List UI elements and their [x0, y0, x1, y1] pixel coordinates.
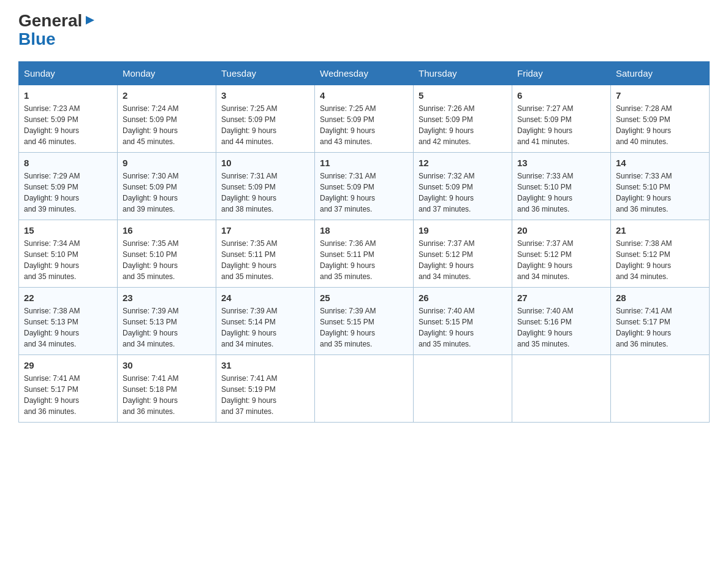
week-row-3: 15 Sunrise: 7:34 AM Sunset: 5:10 PM Dayl…: [19, 220, 710, 288]
day-number: 1: [24, 90, 112, 101]
day-info: Sunrise: 7:31 AM Sunset: 5:09 PM Dayligh…: [320, 170, 408, 215]
day-number: 25: [320, 293, 408, 303]
calendar-cell: 1 Sunrise: 7:23 AM Sunset: 5:09 PM Dayli…: [19, 85, 118, 153]
day-number: 8: [24, 158, 112, 168]
day-number: 19: [419, 225, 507, 236]
day-info: Sunrise: 7:35 AM Sunset: 5:10 PM Dayligh…: [123, 238, 211, 282]
day-number: 5: [419, 90, 507, 101]
day-number: 3: [221, 90, 309, 101]
col-header-sunday: Sunday: [19, 62, 118, 85]
day-info: Sunrise: 7:31 AM Sunset: 5:09 PM Dayligh…: [221, 170, 309, 215]
calendar-cell: 29 Sunrise: 7:41 AM Sunset: 5:17 PM Dayl…: [19, 355, 118, 423]
calendar-table: SundayMondayTuesdayWednesdayThursdayFrid…: [18, 61, 710, 423]
calendar-cell: 13 Sunrise: 7:33 AM Sunset: 5:10 PM Dayl…: [512, 153, 611, 220]
day-info: Sunrise: 7:39 AM Sunset: 5:13 PM Dayligh…: [123, 305, 211, 350]
calendar-cell: 26 Sunrise: 7:40 AM Sunset: 5:15 PM Dayl…: [414, 288, 512, 355]
day-info: Sunrise: 7:29 AM Sunset: 5:09 PM Dayligh…: [24, 170, 112, 215]
day-info: Sunrise: 7:25 AM Sunset: 5:09 PM Dayligh…: [320, 103, 408, 147]
day-info: Sunrise: 7:35 AM Sunset: 5:11 PM Dayligh…: [221, 238, 309, 282]
calendar-cell: 2 Sunrise: 7:24 AM Sunset: 5:09 PM Dayli…: [118, 85, 216, 153]
calendar-cell: 7 Sunrise: 7:28 AM Sunset: 5:09 PM Dayli…: [611, 85, 710, 153]
day-number: 16: [123, 225, 211, 236]
day-info: Sunrise: 7:26 AM Sunset: 5:09 PM Dayligh…: [419, 103, 507, 147]
calendar-cell: 6 Sunrise: 7:27 AM Sunset: 5:09 PM Dayli…: [512, 85, 611, 153]
day-info: Sunrise: 7:33 AM Sunset: 5:10 PM Dayligh…: [616, 170, 704, 215]
calendar-cell: 8 Sunrise: 7:29 AM Sunset: 5:09 PM Dayli…: [19, 153, 118, 220]
calendar-cell: 18 Sunrise: 7:36 AM Sunset: 5:11 PM Dayl…: [315, 220, 414, 288]
day-number: 21: [616, 225, 704, 236]
calendar-cell: 27 Sunrise: 7:40 AM Sunset: 5:16 PM Dayl…: [512, 288, 611, 355]
day-number: 13: [517, 158, 605, 168]
calendar-cell: 12 Sunrise: 7:32 AM Sunset: 5:09 PM Dayl…: [414, 153, 512, 220]
day-number: 23: [123, 293, 211, 303]
calendar-cell: 16 Sunrise: 7:35 AM Sunset: 5:10 PM Dayl…: [118, 220, 216, 288]
day-number: 27: [517, 293, 605, 303]
day-number: 2: [123, 90, 211, 101]
day-number: 30: [123, 360, 211, 370]
day-info: Sunrise: 7:33 AM Sunset: 5:10 PM Dayligh…: [517, 170, 605, 215]
calendar-header-row: SundayMondayTuesdayWednesdayThursdayFrid…: [19, 62, 710, 85]
day-info: Sunrise: 7:25 AM Sunset: 5:09 PM Dayligh…: [221, 103, 309, 147]
day-number: 24: [221, 293, 309, 303]
calendar-cell: 21 Sunrise: 7:38 AM Sunset: 5:12 PM Dayl…: [611, 220, 710, 288]
week-row-1: 1 Sunrise: 7:23 AM Sunset: 5:09 PM Dayli…: [19, 85, 710, 153]
calendar-cell: [315, 355, 414, 423]
day-info: Sunrise: 7:27 AM Sunset: 5:09 PM Dayligh…: [517, 103, 605, 147]
calendar-cell: 3 Sunrise: 7:25 AM Sunset: 5:09 PM Dayli…: [216, 85, 315, 153]
day-info: Sunrise: 7:38 AM Sunset: 5:13 PM Dayligh…: [24, 305, 112, 350]
calendar-cell: 25 Sunrise: 7:39 AM Sunset: 5:15 PM Dayl…: [315, 288, 414, 355]
logo-text-general: General: [18, 12, 82, 29]
week-row-4: 22 Sunrise: 7:38 AM Sunset: 5:13 PM Dayl…: [19, 288, 710, 355]
day-number: 6: [517, 90, 605, 101]
calendar-cell: 30 Sunrise: 7:41 AM Sunset: 5:18 PM Dayl…: [118, 355, 216, 423]
logo-arrow-icon: [83, 13, 97, 27]
calendar-cell: 20 Sunrise: 7:37 AM Sunset: 5:12 PM Dayl…: [512, 220, 611, 288]
day-number: 7: [616, 90, 704, 101]
col-header-saturday: Saturday: [611, 62, 710, 85]
day-number: 10: [221, 158, 309, 168]
col-header-wednesday: Wednesday: [315, 62, 414, 85]
calendar-cell: 17 Sunrise: 7:35 AM Sunset: 5:11 PM Dayl…: [216, 220, 315, 288]
day-info: Sunrise: 7:36 AM Sunset: 5:11 PM Dayligh…: [320, 238, 408, 282]
day-info: Sunrise: 7:30 AM Sunset: 5:09 PM Dayligh…: [123, 170, 211, 215]
day-number: 11: [320, 158, 408, 168]
day-number: 29: [24, 360, 112, 370]
col-header-tuesday: Tuesday: [216, 62, 315, 85]
col-header-friday: Friday: [512, 62, 611, 85]
calendar-cell: 24 Sunrise: 7:39 AM Sunset: 5:14 PM Dayl…: [216, 288, 315, 355]
calendar-cell: 5 Sunrise: 7:26 AM Sunset: 5:09 PM Dayli…: [414, 85, 512, 153]
calendar-cell: 31 Sunrise: 7:41 AM Sunset: 5:19 PM Dayl…: [216, 355, 315, 423]
day-number: 4: [320, 90, 408, 101]
col-header-thursday: Thursday: [414, 62, 512, 85]
day-number: 17: [221, 225, 309, 236]
day-info: Sunrise: 7:23 AM Sunset: 5:09 PM Dayligh…: [24, 103, 112, 147]
day-info: Sunrise: 7:41 AM Sunset: 5:19 PM Dayligh…: [221, 373, 309, 417]
day-number: 31: [221, 360, 309, 370]
day-number: 28: [616, 293, 704, 303]
day-info: Sunrise: 7:39 AM Sunset: 5:14 PM Dayligh…: [221, 305, 309, 350]
svg-marker-0: [86, 16, 94, 25]
day-info: Sunrise: 7:28 AM Sunset: 5:09 PM Dayligh…: [616, 103, 704, 147]
logo: General Blue: [18, 12, 97, 49]
day-info: Sunrise: 7:34 AM Sunset: 5:10 PM Dayligh…: [24, 238, 112, 282]
day-number: 9: [123, 158, 211, 168]
calendar-cell: 10 Sunrise: 7:31 AM Sunset: 5:09 PM Dayl…: [216, 153, 315, 220]
day-number: 18: [320, 225, 408, 236]
col-header-monday: Monday: [118, 62, 216, 85]
calendar-cell: 19 Sunrise: 7:37 AM Sunset: 5:12 PM Dayl…: [414, 220, 512, 288]
day-info: Sunrise: 7:38 AM Sunset: 5:12 PM Dayligh…: [616, 238, 704, 282]
calendar-cell: [512, 355, 611, 423]
day-info: Sunrise: 7:37 AM Sunset: 5:12 PM Dayligh…: [419, 238, 507, 282]
day-number: 26: [419, 293, 507, 303]
day-info: Sunrise: 7:40 AM Sunset: 5:16 PM Dayligh…: [517, 305, 605, 350]
day-number: 14: [616, 158, 704, 168]
day-number: 20: [517, 225, 605, 236]
day-info: Sunrise: 7:41 AM Sunset: 5:17 PM Dayligh…: [24, 373, 112, 417]
week-row-5: 29 Sunrise: 7:41 AM Sunset: 5:17 PM Dayl…: [19, 355, 710, 423]
day-number: 12: [419, 158, 507, 168]
calendar-cell: [611, 355, 710, 423]
day-info: Sunrise: 7:24 AM Sunset: 5:09 PM Dayligh…: [123, 103, 211, 147]
logo-text-blue: Blue: [18, 29, 56, 49]
day-info: Sunrise: 7:41 AM Sunset: 5:17 PM Dayligh…: [616, 305, 704, 350]
day-info: Sunrise: 7:41 AM Sunset: 5:18 PM Dayligh…: [123, 373, 211, 417]
